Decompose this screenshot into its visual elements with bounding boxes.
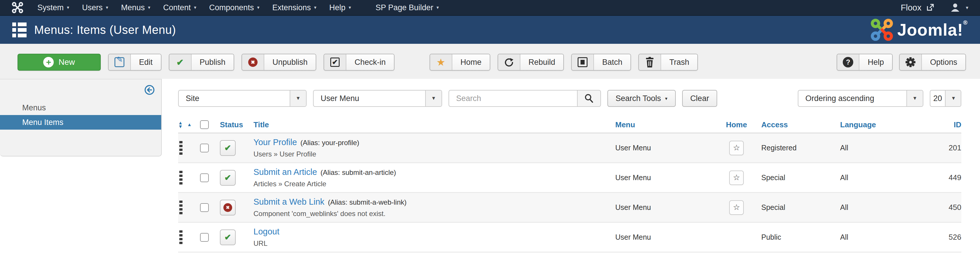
menu-extensions-label: Extensions (272, 3, 311, 12)
item-path: URL (253, 239, 615, 248)
options-button[interactable]: Options (899, 54, 966, 71)
item-title-link[interactable]: Logout (253, 227, 280, 237)
menu-help[interactable]: Help ▾ (323, 0, 358, 16)
column-header-id[interactable]: ID (928, 120, 961, 129)
item-access: Special (761, 173, 840, 182)
select-all-checkbox[interactable] (200, 120, 209, 129)
status-published-button[interactable]: ✔ (220, 170, 235, 186)
content: Site ▼ User Menu ▼ Search Tools ▾ (162, 79, 980, 253)
publish-button[interactable]: ✔ Publish (169, 54, 234, 71)
chevron-down-icon: ▾ (257, 5, 259, 10)
edit-button-label: Edit (131, 54, 161, 70)
drag-handle-icon[interactable] (179, 201, 183, 214)
column-header-title[interactable]: Title (253, 120, 615, 129)
item-alias: (Alias: submit-an-article) (321, 169, 396, 177)
row-checkbox[interactable] (200, 203, 209, 212)
cross-circle-icon: ✖ (223, 203, 232, 212)
chevron-down-icon: ▾ (665, 96, 668, 101)
limit-select-value: 20 (931, 91, 945, 106)
column-header-home[interactable]: Home (712, 120, 761, 129)
status-published-button[interactable]: ✔ (220, 229, 235, 245)
ordering-sort-icon[interactable]: ▲▼ (178, 121, 183, 129)
column-header-menu[interactable]: Menu (615, 120, 712, 129)
rebuild-button[interactable]: Rebuild (498, 54, 564, 71)
sidebar-item-menu-items[interactable]: Menu Items (0, 115, 161, 130)
status-unpublished-button[interactable]: ✖ (220, 200, 235, 215)
chevron-down-icon: ▾ (148, 5, 150, 10)
menu-system[interactable]: System ▾ (31, 0, 76, 16)
search-icon (584, 94, 594, 103)
star-filled-icon: ★ (436, 57, 445, 67)
status-published-button[interactable]: ✔ (220, 140, 235, 156)
external-link-icon (926, 3, 934, 12)
search-tools-button[interactable]: Search Tools ▾ (608, 90, 676, 107)
view-site-link[interactable]: Floox (901, 3, 934, 13)
menu-menus[interactable]: Menus ▾ (115, 0, 157, 16)
chevron-down-icon: ▾ (67, 5, 69, 10)
check-icon: ✔ (177, 57, 184, 67)
item-language: All (840, 203, 928, 212)
menu-select[interactable]: User Menu ▼ (313, 90, 442, 107)
column-header-access[interactable]: Access (761, 120, 840, 129)
gear-icon (905, 57, 916, 68)
unpublish-button[interactable]: ✖ Unpublish (242, 54, 316, 71)
menu-users[interactable]: Users ▾ (76, 0, 115, 16)
item-title-link[interactable]: Your Profile (253, 137, 297, 147)
row-checkbox[interactable] (200, 144, 209, 153)
menu-content[interactable]: Content ▾ (157, 0, 203, 16)
drag-handle-icon[interactable] (179, 141, 183, 155)
new-button[interactable]: + New (18, 54, 101, 71)
sidebar: Menus Menu Items (0, 79, 162, 156)
menu-items-list-icon (12, 22, 27, 37)
row-checkbox[interactable] (200, 173, 209, 182)
item-access: Registered (761, 144, 840, 152)
user-menu[interactable]: ▾ (950, 3, 968, 12)
batch-square-icon (578, 57, 587, 67)
chevron-down-icon: ▼ (425, 91, 442, 106)
home-button[interactable]: ★ Home (430, 54, 490, 71)
column-header-language[interactable]: Language (840, 120, 928, 129)
ordering-select-value: Ordering ascending (799, 91, 907, 106)
item-title-link[interactable]: Submit a Web Link (253, 197, 325, 207)
item-language: All (840, 233, 928, 242)
table-row: ✖ Submit a Web Link (Alias: submit-a-web… (178, 193, 961, 223)
options-button-label: Options (922, 54, 966, 70)
check-icon: ✔ (224, 173, 231, 183)
item-title-link[interactable]: Submit an Article (253, 167, 317, 177)
trash-icon (645, 57, 655, 67)
checkin-button[interactable]: ✔ Check-in (323, 54, 395, 71)
menu-extensions[interactable]: Extensions ▾ (266, 0, 323, 16)
trash-button[interactable]: Trash (638, 54, 698, 71)
clear-button[interactable]: Clear (682, 90, 718, 107)
row-checkbox[interactable] (200, 233, 209, 242)
sidebar-item-menus[interactable]: Menus (0, 100, 161, 115)
home-toggle-button[interactable]: ☆ (729, 170, 744, 185)
item-id: 526 (928, 233, 961, 242)
ordering-select[interactable]: Ordering ascending ▼ (798, 90, 923, 107)
menu-components[interactable]: Components ▾ (203, 0, 266, 16)
publish-button-label: Publish (192, 54, 234, 70)
collapse-sidebar-button[interactable] (144, 85, 155, 96)
item-path: Users » User Profile (253, 150, 615, 158)
batch-button[interactable]: Batch (571, 54, 631, 71)
item-path: Articles » Create Article (253, 180, 615, 188)
star-outline-icon: ☆ (733, 204, 740, 212)
plus-icon: + (43, 57, 54, 67)
column-header-status[interactable]: Status (220, 120, 253, 129)
home-toggle-button[interactable]: ☆ (729, 200, 744, 215)
limit-select[interactable]: 20 ▼ (930, 90, 961, 107)
sidebar-item-menus-label: Menus (22, 103, 46, 112)
home-toggle-button[interactable]: ☆ (729, 141, 744, 155)
unpublish-button-label: Unpublish (264, 54, 316, 70)
batch-button-label: Batch (594, 54, 630, 70)
search-button[interactable] (577, 90, 601, 107)
search-input[interactable] (449, 90, 577, 107)
menu-sp-page-builder[interactable]: SP Page Builder ▾ (369, 0, 445, 16)
site-select[interactable]: Site ▼ (178, 90, 307, 107)
drag-handle-icon[interactable] (179, 171, 183, 185)
table-row: ✔ Logout URL User Menu Public All 526 (178, 223, 961, 253)
drag-handle-icon[interactable] (179, 230, 183, 244)
help-button[interactable]: ? Help (837, 54, 892, 71)
edit-button[interactable]: ✎ Edit (108, 54, 161, 71)
sort-ascending-icon[interactable]: ▲ (187, 122, 192, 127)
